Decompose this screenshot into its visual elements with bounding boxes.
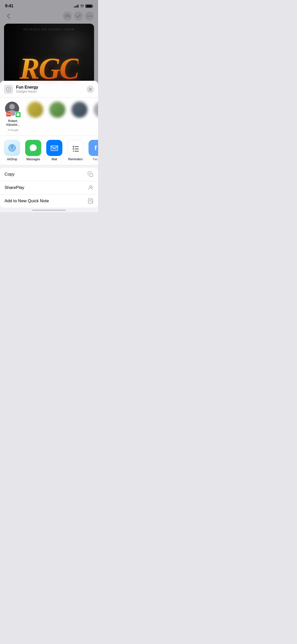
app-item-messages[interactable]: Messages xyxy=(25,140,41,161)
svg-point-16 xyxy=(73,150,74,152)
nav-actions xyxy=(63,12,94,21)
action-list-wrapper: Copy SharePlay Add to New Quick Note xyxy=(0,168,98,208)
album-abbr: RGC xyxy=(20,54,79,84)
contact-item-blurred-1[interactable] xyxy=(26,102,44,132)
share-app-icon xyxy=(4,85,13,94)
shareplay-label: SharePlay xyxy=(5,185,24,190)
share-sheet: Fun Energy Gadget Hacks xyxy=(0,81,98,212)
wifi-icon xyxy=(80,5,84,8)
back-button[interactable] xyxy=(4,12,13,21)
svg-point-12 xyxy=(73,146,74,147)
facebook-label: Fac... xyxy=(93,157,98,161)
pg-badge: PG xyxy=(6,112,11,117)
contact-name: Robert, Kiboshe... xyxy=(4,119,22,127)
contact-item-blurred-2[interactable] xyxy=(48,102,66,132)
airdrop-icon xyxy=(4,140,20,156)
checkmark-icon[interactable] xyxy=(74,12,83,21)
share-header-text: Fun Energy Gadget Hacks xyxy=(16,85,83,93)
copy-label: Copy xyxy=(5,172,15,177)
shareplay-action[interactable]: SharePlay xyxy=(0,181,98,194)
contact-item-blurred-3[interactable] xyxy=(70,102,89,132)
svg-text:f: f xyxy=(95,144,97,152)
contacts-row: PG Robert, Kiboshe... 3 People xyxy=(0,98,98,136)
svg-point-20 xyxy=(90,186,92,188)
svg-point-3 xyxy=(89,16,90,17)
app-item-facebook[interactable]: f Fac... xyxy=(89,140,98,161)
home-bar xyxy=(32,210,66,211)
reminders-label: Reminders xyxy=(68,157,83,161)
share-close-button[interactable] xyxy=(87,86,94,93)
nav-bar xyxy=(0,11,98,24)
svg-point-9 xyxy=(11,147,13,149)
messages-label: Messages xyxy=(26,157,40,161)
mail-icon xyxy=(46,140,62,156)
status-bar: 9:41 xyxy=(0,0,98,11)
apps-row: AirDrop Messages Mail xyxy=(0,136,98,165)
svg-rect-19 xyxy=(90,174,93,177)
copy-icon xyxy=(88,171,94,177)
shareplay-icon xyxy=(88,185,94,191)
reminders-icon xyxy=(67,140,83,156)
svg-point-4 xyxy=(91,16,92,17)
messages-icon xyxy=(25,140,41,156)
group-icon[interactable] xyxy=(63,12,72,21)
app-item-mail[interactable]: Mail xyxy=(46,140,62,161)
facebook-icon: f xyxy=(89,140,98,156)
copy-action[interactable]: Copy xyxy=(0,168,98,181)
more-icon[interactable] xyxy=(85,12,94,21)
status-icons xyxy=(74,5,93,8)
battery-icon xyxy=(86,5,93,8)
contact-app-icon xyxy=(15,112,21,118)
airdrop-label: AirDrop xyxy=(7,157,17,161)
share-subtitle: Gadget Hacks xyxy=(16,90,83,93)
app-item-airdrop[interactable]: AirDrop xyxy=(4,140,20,161)
svg-point-2 xyxy=(87,16,88,17)
status-time: 9:41 xyxy=(5,4,13,9)
mail-label: Mail xyxy=(52,157,57,161)
contact-avatar-group: PG xyxy=(5,102,21,118)
app-item-reminders[interactable]: Reminders xyxy=(67,140,83,161)
contact-item-blurred-4[interactable] xyxy=(93,102,98,132)
quicknote-action[interactable]: Add to New Quick Note xyxy=(0,194,98,208)
signal-icon xyxy=(74,5,78,8)
svg-point-7 xyxy=(9,104,15,109)
album-artist-text: RETRIBUTION GOSPEL CHOIR xyxy=(4,28,94,31)
contact-item[interactable]: PG Robert, Kiboshe... 3 People xyxy=(4,102,22,132)
home-indicator xyxy=(0,208,98,212)
svg-point-14 xyxy=(73,148,74,150)
quicknote-icon xyxy=(88,198,94,204)
share-title: Fun Energy xyxy=(16,85,83,90)
svg-rect-10 xyxy=(51,146,58,151)
contact-count: 3 People xyxy=(8,129,18,132)
quicknote-label: Add to New Quick Note xyxy=(5,198,49,204)
